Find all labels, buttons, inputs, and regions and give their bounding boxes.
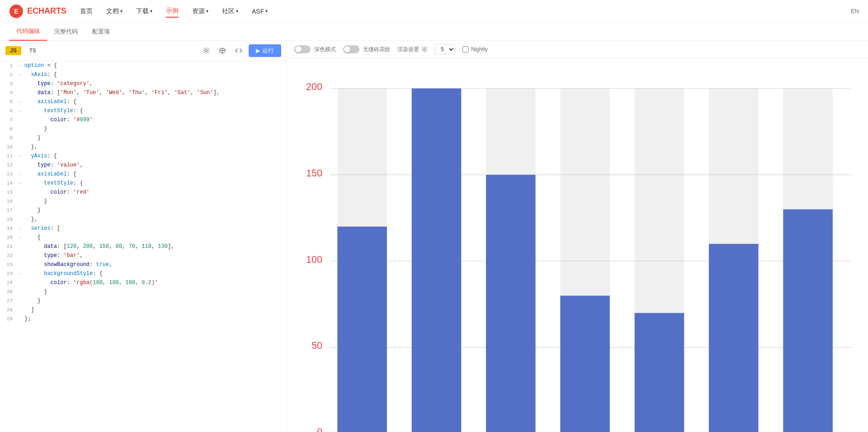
line-indicator [16,188,23,197]
play-icon: ▶ [256,47,260,54]
line-content: axisLabel: { [23,97,287,106]
code-line: 8 } [0,124,287,133]
code-line: 24- backgroundStyle: { [0,269,287,278]
lang-switch[interactable]: EN [851,8,859,14]
line-number: 23 [0,260,16,269]
bar-fri [635,313,684,432]
gear-icon [421,46,428,52]
sub-nav-full-code[interactable]: 完整代码 [47,23,85,41]
line-content: textStyle: { [23,106,287,115]
code-line: 29 }; [0,314,287,323]
chevron-down-icon: ▾ [206,9,208,14]
dark-mode-toggle[interactable] [294,45,311,53]
line-number: 2 [0,70,16,79]
line-content: xAxis: { [23,70,287,79]
seamless-toggle[interactable] [343,45,359,53]
line-content: } [23,206,287,215]
code-icon[interactable] [232,44,245,57]
line-indicator: - [16,97,23,106]
lang-ts-button[interactable]: TS [25,46,41,55]
line-number: 5 [0,97,16,106]
y-label-50: 50 [311,340,322,351]
line-content: type: 'category', [23,79,287,88]
nav-asf[interactable]: ASF ▾ [252,6,268,17]
line-indicator [16,115,23,124]
code-line: 13- axisLabel: { [0,170,287,179]
nav-resources[interactable]: 资源 ▾ [192,5,208,17]
line-content: yAxis: { [23,152,287,161]
settings-icon[interactable] [200,44,212,57]
cube-icon[interactable] [216,44,229,57]
line-indicator [16,260,23,269]
chevron-down-icon: ▾ [236,9,238,14]
line-indicator: - [16,170,23,179]
line-content: { [23,233,287,242]
line-number: 25 [0,278,16,287]
code-line: 19- series: [ [0,224,287,233]
bar-sat [709,244,759,432]
line-content: } [23,133,287,142]
nav-examples[interactable]: 示例 [166,5,179,18]
line-number: 10 [0,142,16,152]
line-content: color: '#099' [23,115,287,124]
code-line: 3 type: 'category', [0,79,287,88]
line-number: 15 [0,188,16,197]
sub-nav-config[interactable]: 配置项 [85,23,117,41]
code-line: 12 type: 'value', [0,161,287,170]
line-indicator [16,251,23,260]
line-content: axisLabel: { [23,170,287,179]
code-line: 17 } [0,206,287,215]
logo-icon: E [9,4,24,19]
seamless-label: 无缝砖花纹 [363,46,390,53]
code-line: 22 type: 'bar', [0,251,287,260]
line-indicator [16,133,23,142]
code-line: 18 }, [0,215,287,224]
code-line: 16 } [0,197,287,206]
line-content: ] [23,305,287,314]
line-content: data: [120, 200, 150, 80, 70, 110, 130], [23,242,287,251]
bar-chart-svg: 0 50 100 150 200 [296,67,859,432]
chart-toolbar: 深色模式 无缝砖花纹 渲染设置 123456 Nightly [287,41,868,58]
chevron-down-icon: ▾ [150,9,152,14]
line-content: textStyle: { [23,179,287,188]
line-indicator [16,215,23,224]
line-indicator [16,278,23,287]
line-indicator [16,142,23,152]
code-line: 27 } [0,296,287,305]
line-number: 26 [0,287,16,296]
nightly-checkbox[interactable] [462,46,469,52]
right-panel: 深色模式 无缝砖花纹 渲染设置 123456 Nightly [287,41,868,432]
toggle-knob [344,46,350,52]
code-line: 10 }, [0,142,287,152]
line-indicator [16,124,23,133]
run-button[interactable]: ▶ 运行 [249,44,281,57]
bar-tue [412,88,462,432]
line-indicator: - [16,179,23,188]
code-line: 21 data: [120, 200, 150, 80, 70, 110, 13… [0,242,287,251]
nav-docs[interactable]: 文档 ▾ [106,5,123,17]
code-line: 1-option = { [0,61,287,70]
render-settings-button[interactable]: 渲染设置 [397,46,428,53]
line-indicator [16,79,23,88]
logo[interactable]: E ECHARTS [9,4,66,19]
line-indicator [16,305,23,314]
line-number: 8 [0,124,16,133]
code-line: 14- textStyle: { [0,179,287,188]
code-editor[interactable]: 1-option = {2- xAxis: {3 type: 'category… [0,61,287,432]
line-content: data: ['Mon', 'Tue', 'Wed', 'Thu', 'Fri'… [23,88,287,97]
y-label-100: 100 [306,254,322,265]
nav-community[interactable]: 社区 ▾ [222,5,238,17]
lang-js-button[interactable]: JS [5,46,21,55]
sub-nav-code-editor[interactable]: 代码编辑 [9,23,47,41]
nav-download[interactable]: 下载 ▾ [136,5,152,17]
line-content: } [23,296,287,305]
line-number: 24 [0,269,16,278]
line-indicator: - [16,233,23,242]
line-number: 18 [0,215,16,224]
line-content: backgroundStyle: { [23,269,287,278]
code-line: 26 } [0,287,287,296]
num-select[interactable]: 123456 [435,44,455,54]
nav-home[interactable]: 首页 [80,5,93,17]
logo-text: ECHARTS [27,6,66,16]
line-indicator: - [16,106,23,115]
